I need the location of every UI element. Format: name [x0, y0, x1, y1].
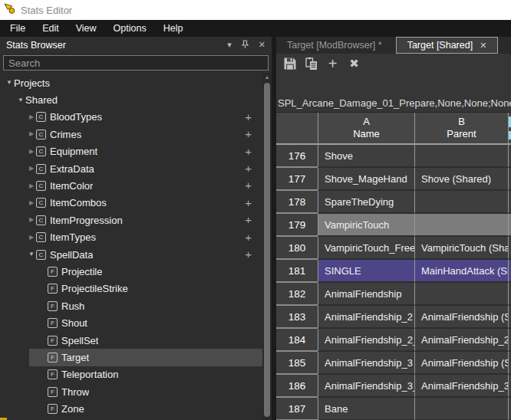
cell-parent[interactable]: AnimalFriendship (Shared)	[414, 306, 508, 329]
expander-closed-icon[interactable]: ▶	[27, 217, 36, 223]
add-row-icon[interactable]: +	[325, 57, 340, 71]
cell-name[interactable]: Shove_MageHand	[318, 168, 414, 191]
menu-item-edit[interactable]: Edit	[34, 20, 68, 37]
menu-item-view[interactable]: View	[68, 20, 105, 37]
tree-item-itemcolor[interactable]: ▶CItemColor+	[0, 177, 262, 194]
cell-parent[interactable]: MainHandAttack (Shared)	[414, 260, 508, 283]
tree-item-crimes[interactable]: ▶CCrimes+	[0, 126, 262, 143]
expander-open-icon[interactable]: ▼	[27, 251, 36, 258]
tab-close-icon[interactable]: ✕	[480, 41, 486, 50]
cell-name[interactable]: AnimalFriendship	[318, 283, 414, 306]
tree-item-teleportation[interactable]: FTeleportation	[0, 366, 262, 383]
cell-parent[interactable]: AnimalFriendship (Shared)	[414, 352, 508, 375]
row-header-187[interactable]: 187	[276, 398, 318, 420]
tab-1[interactable]: Target [Shared]✕	[396, 37, 499, 54]
row-header-180[interactable]: 180	[276, 237, 318, 260]
cell-overflow[interactable]	[508, 191, 511, 214]
add-entry-button[interactable]: +	[245, 212, 252, 228]
cell-overflow[interactable]	[508, 329, 511, 352]
add-entry-button[interactable]: +	[245, 126, 252, 143]
scrollbar-up-icon[interactable]: ▲	[262, 73, 272, 82]
expander-closed-icon[interactable]: ▶	[27, 183, 36, 189]
add-entry-button[interactable]: +	[245, 143, 252, 160]
column-header-c[interactable]	[508, 113, 511, 143]
expander-closed-icon[interactable]: ▶	[27, 131, 36, 137]
grid-corner-cell[interactable]	[276, 113, 318, 143]
paste-icon[interactable]	[304, 57, 318, 71]
cell-name[interactable]: AnimalFriendship_2_AI	[318, 329, 414, 352]
cell-overflow[interactable]	[508, 145, 511, 168]
tree-item-shared[interactable]: ▼Shared	[0, 91, 262, 108]
column-header-b[interactable]: BParent	[414, 113, 508, 143]
pin-icon[interactable]	[241, 40, 249, 51]
row-header-186[interactable]: 186	[276, 375, 318, 398]
cell-overflow[interactable]	[508, 306, 511, 329]
cell-name[interactable]: AnimalFriendship_3	[318, 352, 414, 375]
tree-item-spelldata[interactable]: ▼CSpellData+	[0, 246, 262, 263]
cell-name[interactable]: Bane	[318, 398, 414, 420]
add-entry-button[interactable]: +	[245, 246, 252, 263]
cell-overflow[interactable]	[508, 398, 511, 420]
menu-item-options[interactable]: Options	[105, 20, 155, 37]
row-header-184[interactable]: 184	[276, 329, 318, 352]
row-header-181[interactable]: 181	[276, 260, 318, 283]
tree-item-zone[interactable]: FZone	[0, 400, 262, 417]
expander-open-icon[interactable]: ▼	[5, 80, 14, 86]
expander-open-icon[interactable]: ▼	[16, 97, 25, 103]
cell-parent[interactable]: VampiricTouch (Shared)	[414, 237, 508, 260]
column-header-a[interactable]: AName	[318, 113, 414, 143]
add-entry-button[interactable]: +	[245, 195, 252, 212]
cell-name[interactable]: AnimalFriendship_3_AI	[318, 375, 414, 398]
cell-overflow[interactable]	[508, 237, 511, 260]
cell-parent[interactable]	[414, 283, 508, 306]
row-header-183[interactable]: 183	[276, 306, 318, 329]
tree-item-projectile[interactable]: FProjectile	[0, 263, 262, 280]
cell-parent[interactable]	[414, 214, 508, 237]
cell-name[interactable]: AnimalFriendship_2	[318, 306, 414, 329]
tab-0[interactable]: Target [ModBrowser] *	[276, 37, 393, 54]
expander-closed-icon[interactable]: ▶	[27, 200, 36, 206]
row-header-182[interactable]: 182	[276, 283, 318, 306]
tree-item-spellset[interactable]: FSpellSet	[0, 332, 262, 349]
tree-item-itemprogression[interactable]: ▶CItemProgression+	[0, 212, 262, 228]
expander-closed-icon[interactable]: ▶	[27, 149, 36, 155]
row-header-178[interactable]: 178	[276, 191, 318, 214]
cell-name[interactable]: Shove	[318, 145, 414, 168]
formula-bar[interactable]: SPL_Arcane_Damage_01_Prepare,None,None;N…	[276, 94, 511, 112]
close-icon[interactable]: ✕	[259, 41, 265, 49]
cell-name[interactable]: VampiricTouch_Free	[318, 237, 414, 260]
tree-item-extradata[interactable]: ▶CExtraData+	[0, 160, 262, 177]
tree-item-projects[interactable]: ▼Projects	[0, 74, 262, 91]
tree-item-itemcombos[interactable]: ▶CItemCombos+	[0, 195, 262, 212]
tree-item-itemtypes[interactable]: ▶CItemTypes+	[0, 229, 262, 246]
tree-item-equipment[interactable]: ▶CEquipment+	[0, 143, 262, 160]
cell-parent[interactable]: AnimalFriendship_3 (Shared)	[414, 375, 508, 398]
add-entry-button[interactable]: +	[245, 177, 252, 194]
cell-name[interactable]: SINGLE	[318, 260, 414, 283]
tree-item-target[interactable]: FTarget	[0, 349, 262, 366]
menu-item-file[interactable]: File	[2, 20, 34, 37]
cell-name[interactable]: VampiricTouch	[318, 214, 414, 237]
cell-parent[interactable]: Shove (Shared)	[414, 168, 508, 191]
cell-overflow[interactable]	[508, 214, 511, 237]
delete-row-icon[interactable]: ✖	[347, 57, 361, 71]
row-header-179[interactable]: 179	[276, 214, 318, 237]
tree-item-rush[interactable]: FRush	[0, 297, 262, 314]
scrollbar-thumb[interactable]	[264, 83, 270, 417]
tree-item-bloodtypes[interactable]: ▶CBloodTypes+	[0, 109, 262, 126]
cell-overflow[interactable]	[508, 283, 511, 306]
stats-browser-header[interactable]: Stats Browser ▾ ✕	[0, 37, 272, 53]
cell-overflow[interactable]	[508, 260, 511, 283]
cell-parent[interactable]: AnimalFriendship_2 (Shared)	[414, 329, 508, 352]
save-icon[interactable]	[282, 57, 297, 71]
cell-parent[interactable]	[414, 145, 508, 168]
cell-parent[interactable]	[414, 191, 508, 214]
cell-overflow[interactable]	[508, 168, 511, 191]
search-input[interactable]	[3, 55, 269, 71]
chevron-down-icon[interactable]: ▾	[227, 41, 232, 49]
tree-scrollbar[interactable]: ▲	[262, 73, 272, 420]
cell-overflow[interactable]	[508, 352, 511, 375]
expander-closed-icon[interactable]: ▶	[27, 114, 36, 120]
expander-closed-icon[interactable]: ▶	[27, 166, 36, 172]
tree-item-projectilestrike[interactable]: FProjectileStrike	[0, 281, 262, 297]
